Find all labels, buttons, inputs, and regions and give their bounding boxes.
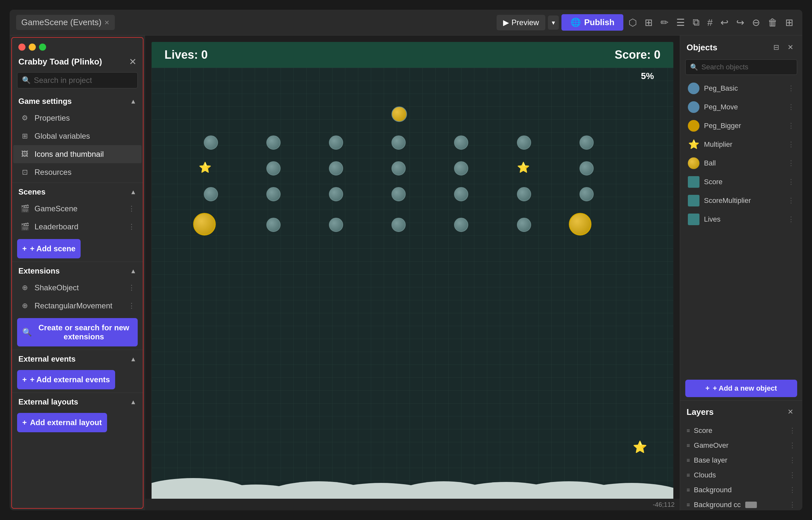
zoom-icon-btn[interactable]: ⊖ <box>750 14 763 31</box>
peg-bigger-dots[interactable]: ⋮ <box>787 122 794 130</box>
peg-r3-7 <box>579 187 594 201</box>
object-scoremultiplier[interactable]: ScoreMultiplier ⋮ <box>681 191 801 210</box>
list-icon-btn[interactable]: ☰ <box>674 14 687 31</box>
game-settings-chevron: ▲ <box>130 98 136 105</box>
project-search-input[interactable] <box>34 76 133 85</box>
add-ext-layout-plus-icon: + <box>22 418 27 427</box>
object-peg-basic[interactable]: Peg_Basic ⋮ <box>681 79 801 98</box>
peg-move-dots[interactable]: ⋮ <box>787 103 794 111</box>
gamescene-dots[interactable]: ⋮ <box>128 205 135 213</box>
layer-color-indicator <box>745 502 757 508</box>
tab-gamescene-events[interactable]: GameScene (Events) ✕ <box>16 15 115 30</box>
layer-clouds-label: Clouds <box>694 471 716 479</box>
gamescene-item[interactable]: 🎬 GameScene ⋮ <box>13 200 141 218</box>
layers-close-button[interactable]: ✕ <box>785 405 796 419</box>
properties-icon: ⚙ <box>20 113 30 123</box>
layer-drag-icon-6: ≡ <box>686 502 689 509</box>
layer-gameover[interactable]: ≡ GameOver ⋮ <box>680 438 802 453</box>
layer-background[interactable]: ≡ Background ⋮ <box>680 483 802 497</box>
ball-in-play <box>391 106 407 122</box>
layer-base[interactable]: ≡ Base layer ⋮ <box>680 453 802 468</box>
3d-cube-icon-btn[interactable]: ⬡ <box>626 14 640 31</box>
rectangularmovement-dots[interactable]: ⋮ <box>128 302 135 310</box>
more-icon-btn[interactable]: ⊞ <box>783 14 796 31</box>
external-events-section-header[interactable]: External events ▲ <box>12 351 143 367</box>
layer-clouds[interactable]: ≡ Clouds ⋮ <box>680 468 802 483</box>
scoremult-dots[interactable]: ⋮ <box>787 197 794 205</box>
undo-icon-btn[interactable]: ↩ <box>718 14 731 31</box>
peg-basic-dots[interactable]: ⋮ <box>787 84 794 93</box>
grid-icon-btn[interactable]: # <box>705 15 715 31</box>
object-score[interactable]: Score ⋮ <box>681 173 801 191</box>
layer-drag-icon-3: ≡ <box>686 457 689 464</box>
traffic-light-yellow[interactable] <box>29 44 36 51</box>
layer-score[interactable]: ≡ Score ⋮ <box>680 423 802 438</box>
layers-icon-btn[interactable]: ⧉ <box>690 14 702 31</box>
score-obj-dots[interactable]: ⋮ <box>787 178 794 186</box>
score-display: Score: 0 <box>615 48 660 61</box>
external-layouts-chevron: ▲ <box>130 398 136 406</box>
layer-clouds-dots[interactable]: ⋮ <box>789 471 796 479</box>
object-multiplier[interactable]: ⭐ Multiplier ⋮ <box>681 135 801 154</box>
panel-close-button[interactable]: ✕ <box>129 56 136 67</box>
preview-button[interactable]: ▶ Preview <box>497 15 545 30</box>
layer-score-dots[interactable]: ⋮ <box>789 426 796 435</box>
add-external-layout-button[interactable]: + Add external layout <box>17 413 107 432</box>
icons-thumbnail-item[interactable]: 🖼 Icons and thumbnail <box>13 145 141 163</box>
shakeobject-item[interactable]: ⊕ ShakeObject ⋮ <box>13 279 141 297</box>
game-canvas[interactable]: Lives: 0 Score: 0 5% <box>152 42 673 504</box>
properties-item[interactable]: ⚙ Properties <box>13 109 141 127</box>
lives-obj-dots[interactable]: ⋮ <box>787 215 794 224</box>
objects-icon-btn[interactable]: ⊞ <box>642 14 655 31</box>
leaderboard-dots[interactable]: ⋮ <box>128 223 135 231</box>
add-object-button[interactable]: + + Add a new object <box>685 380 797 397</box>
ball-dots[interactable]: ⋮ <box>787 159 794 167</box>
peg-move-icon <box>688 101 700 113</box>
object-lives[interactable]: Lives ⋮ <box>681 210 801 228</box>
layer-gameover-dots[interactable]: ⋮ <box>789 441 796 450</box>
rectangularmovement-item[interactable]: ⊕ RectangularMovement ⋮ <box>13 297 141 315</box>
tab-close-icon[interactable]: ✕ <box>104 19 110 26</box>
peg-move-label: Peg_Move <box>704 103 738 111</box>
objects-filter-button[interactable]: ⊟ <box>771 41 782 54</box>
external-layouts-section-header[interactable]: External layouts ▲ <box>12 394 143 410</box>
peg-r3-5 <box>454 187 468 201</box>
object-peg-bigger[interactable]: Peg_Bigger ⋮ <box>681 117 801 135</box>
game-settings-section-header[interactable]: Game settings ▲ <box>12 94 143 109</box>
shakeobject-dots[interactable]: ⋮ <box>128 284 135 292</box>
objects-search-input[interactable] <box>701 63 792 71</box>
global-variables-item[interactable]: ⊞ Global variables <box>13 127 141 145</box>
leaderboard-item[interactable]: 🎬 Leaderboard ⋮ <box>13 218 141 236</box>
traffic-light-green[interactable] <box>39 44 46 51</box>
search-icon: 🔍 <box>22 76 31 84</box>
layer-base-dots[interactable]: ⋮ <box>789 456 796 465</box>
ball-icon <box>688 157 700 169</box>
resources-item[interactable]: ⊡ Resources <box>13 163 141 181</box>
trash-icon-btn[interactable]: 🗑 <box>765 15 780 31</box>
preview-dropdown-button[interactable]: ▾ <box>548 16 559 30</box>
add-scene-button[interactable]: + + Add scene <box>17 239 81 258</box>
extensions-section-header[interactable]: Extensions ▲ <box>12 263 143 279</box>
peg-r4-3 <box>329 218 343 232</box>
peg-r1-3 <box>329 135 343 150</box>
layer-background-cc-dots[interactable]: ⋮ <box>789 501 796 509</box>
scenes-section-header[interactable]: Scenes ▲ <box>12 184 143 200</box>
redo-icon-btn[interactable]: ↪ <box>734 14 747 31</box>
objects-close-button[interactable]: ✕ <box>785 41 796 54</box>
add-external-events-button[interactable]: + + Add external events <box>17 370 115 389</box>
object-peg-move[interactable]: Peg_Move ⋮ <box>681 98 801 116</box>
object-list: Peg_Basic ⋮ Peg_Move ⋮ Peg_Bigger ⋮ <box>680 79 802 376</box>
traffic-light-red[interactable] <box>18 44 25 51</box>
project-panel: Crabby Toad (Plinko) ✕ 🔍 Game settings ▲… <box>11 37 143 509</box>
layer-drag-icon-2: ≡ <box>686 442 689 449</box>
layer-background-dots[interactable]: ⋮ <box>789 486 796 494</box>
layer-gameover-label: GameOver <box>694 441 729 450</box>
object-ball[interactable]: Ball ⋮ <box>681 154 801 172</box>
layer-background-cc[interactable]: ≡ Background cc ⋮ <box>680 497 802 510</box>
publish-button[interactable]: 🌐 Publish <box>562 14 623 31</box>
edit-icon-btn[interactable]: ✏ <box>658 14 671 31</box>
peg-r3-2 <box>266 187 280 201</box>
multiplier-dots[interactable]: ⋮ <box>787 140 794 149</box>
search-extensions-button[interactable]: 🔍 Create or search for new extensions <box>17 318 138 346</box>
publish-globe-icon: 🌐 <box>570 18 581 27</box>
